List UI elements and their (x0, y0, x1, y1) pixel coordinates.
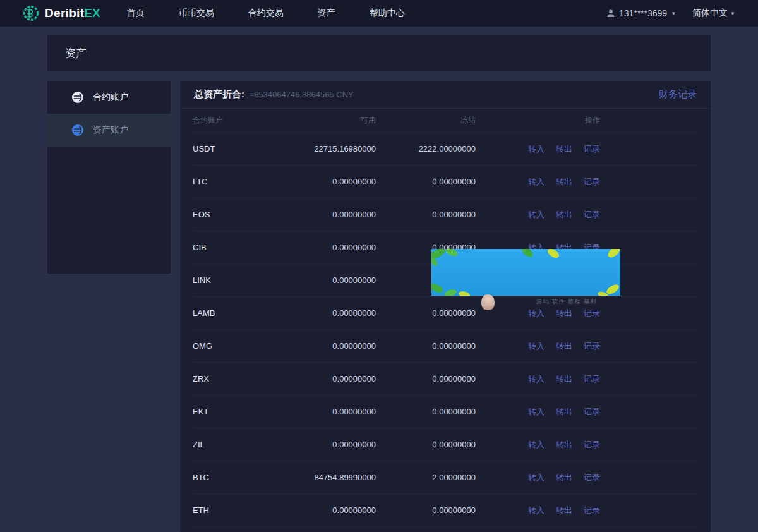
transfer-out-link[interactable]: 转出 (556, 143, 572, 155)
transfer-in-link[interactable]: 转入 (528, 209, 544, 221)
coin-name: OMG (193, 341, 281, 351)
records-link[interactable]: 记录 (584, 439, 600, 450)
coin-name: ETH (193, 505, 281, 515)
records-link[interactable]: 记录 (584, 373, 600, 385)
available-value: 0.00000000 (281, 308, 376, 318)
watermark-text: 源码 软件 教程 福利 (536, 298, 597, 306)
frozen-value: 0.00000000 (376, 308, 476, 318)
col-header-available: 可用 (281, 115, 376, 126)
available-value: 0.00000000 (281, 374, 376, 384)
coin-name: ZRX (193, 374, 281, 384)
transfer-in-link[interactable]: 转入 (528, 143, 544, 155)
ad-banner-overlay[interactable] (431, 249, 620, 296)
table-row: EOS 0.00000000 0.00000000 转入 转出 记录 (193, 198, 698, 231)
coin-name: LINK (193, 275, 281, 285)
coin-name: BTC (193, 473, 281, 482)
mascot-sticker (481, 294, 495, 310)
chevron-down-icon: ▼ (671, 11, 676, 16)
sidebar-item-label: 合约账户 (93, 92, 128, 103)
col-header-account: 合约账户 (193, 115, 281, 126)
transfer-out-link[interactable]: 转出 (556, 406, 572, 418)
transfer-in-link[interactable]: 转入 (528, 308, 544, 319)
table-row: ETH 0.00000000 0.00000000 转入 转出 记录 (193, 494, 698, 527)
nav-item-assets[interactable]: 资产 (318, 8, 335, 19)
records-link[interactable]: 记录 (584, 176, 600, 188)
frozen-value: 0.00000000 (376, 210, 476, 219)
transfer-in-link[interactable]: 转入 (528, 472, 544, 483)
row-actions: 转入 转出 记录 (476, 505, 600, 516)
transfer-in-link[interactable]: 转入 (528, 439, 544, 450)
available-value: 22715.16980000 (281, 144, 376, 154)
banner-leaves-decoration (431, 249, 620, 296)
sidebar-item-asset-account[interactable]: 资产账户 (47, 114, 171, 147)
row-actions: 转入 转出 记录 (476, 143, 600, 155)
page-title: 资产 (65, 46, 87, 61)
nav-item-contract-trade[interactable]: 合约交易 (248, 8, 284, 19)
available-value: 0.00000000 (281, 440, 376, 449)
coin-name: EOS (193, 210, 281, 219)
coin-name: LAMB (193, 308, 281, 318)
language-label: 简体中文 (692, 8, 728, 19)
transfer-out-link[interactable]: 转出 (556, 439, 572, 450)
transfer-out-link[interactable]: 转出 (556, 373, 572, 385)
language-selector[interactable]: 简体中文 ▼ (692, 8, 735, 19)
nav-item-help-center[interactable]: 帮助中心 (370, 8, 405, 19)
records-link[interactable]: 记录 (584, 341, 600, 352)
row-actions: 转入 转出 记录 (476, 341, 600, 352)
nav-item-home[interactable]: 首页 (127, 8, 145, 19)
brand-logo[interactable]: DeribitEX (23, 5, 100, 21)
available-value: 0.00000000 (281, 407, 376, 416)
transfer-out-link[interactable]: 转出 (556, 209, 572, 221)
coin-name: LTC (193, 177, 281, 186)
sidebar-item-label: 资产账户 (93, 124, 128, 136)
transfer-out-link[interactable]: 转出 (556, 176, 572, 188)
frozen-value: 0.00000000 (376, 374, 476, 384)
available-value: 0.00000000 (281, 243, 376, 252)
transfer-in-link[interactable]: 转入 (528, 406, 544, 418)
transfer-in-link[interactable]: 转入 (528, 373, 544, 385)
transfer-in-link[interactable]: 转入 (528, 176, 544, 188)
transfer-out-link[interactable]: 转出 (556, 341, 572, 352)
available-value: 0.00000000 (281, 505, 376, 515)
transfer-out-link[interactable]: 转出 (556, 472, 572, 483)
transfer-in-link[interactable]: 转入 (528, 505, 544, 516)
table-body: USDT 22715.16980000 2222.00000000 转入 转出 … (180, 133, 711, 527)
transfer-in-link[interactable]: 转入 (528, 341, 544, 352)
app-root: DeribitEX 首页 币币交易 合约交易 资产 帮助中心 131****36… (0, 0, 758, 532)
records-link[interactable]: 记录 (584, 143, 600, 155)
available-value: 0.00000000 (281, 341, 376, 351)
main-nav: 首页 币币交易 合约交易 资产 帮助中心 (127, 8, 405, 19)
frozen-value: 0.00000000 (376, 177, 476, 186)
records-link[interactable]: 记录 (584, 472, 600, 483)
table-row: ZRX 0.00000000 0.00000000 转入 转出 记录 (193, 363, 698, 396)
records-link[interactable]: 记录 (584, 406, 600, 418)
sidebar-item-contract-account[interactable]: 合约账户 (47, 81, 171, 114)
frozen-value: 0.00000000 (376, 407, 476, 416)
row-actions: 转入 转出 记录 (476, 439, 600, 450)
row-actions: 转入 转出 记录 (476, 472, 600, 483)
finance-records-link[interactable]: 财务记录 (659, 88, 697, 100)
total-assets-value: ≈6534064746.8864565 CNY (250, 90, 354, 99)
coin-account-icon (71, 91, 84, 104)
nav-item-spot-trade[interactable]: 币币交易 (179, 8, 214, 19)
table-row: LAMB 0.00000000 0.00000000 转入 转出 记录 (193, 297, 698, 330)
frozen-value: 0.00000000 (376, 341, 476, 351)
user-phone-label: 131****3699 (619, 8, 667, 18)
assets-panel: 总资产折合: ≈6534064746.8864565 CNY 财务记录 合约账户… (180, 81, 711, 532)
frozen-value: 0.00000000 (376, 440, 476, 449)
transfer-out-link[interactable]: 转出 (556, 505, 572, 516)
available-value: 0.00000000 (281, 177, 376, 186)
available-value: 84754.89990000 (281, 473, 376, 482)
page-title-panel: 资产 (47, 35, 711, 71)
table-header-row: 合约账户 可用 冻结 操作 (193, 109, 698, 133)
transfer-out-link[interactable]: 转出 (556, 308, 572, 319)
records-link[interactable]: 记录 (584, 308, 600, 319)
user-icon (606, 9, 615, 18)
table-row: BTC 84754.89990000 2.00000000 转入 转出 记录 (193, 461, 698, 494)
records-link[interactable]: 记录 (584, 209, 600, 221)
coin-name: CIB (193, 243, 281, 252)
coin-name: EKT (193, 407, 281, 416)
col-header-frozen: 冻结 (376, 115, 476, 126)
records-link[interactable]: 记录 (584, 505, 600, 516)
user-menu[interactable]: 131****3699 ▼ (606, 8, 676, 18)
